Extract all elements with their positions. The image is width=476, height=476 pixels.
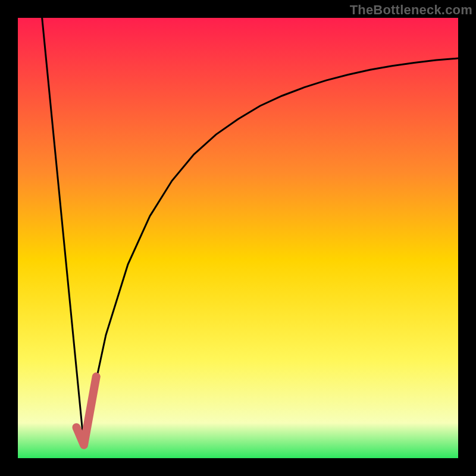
gradient-background [18,18,458,458]
chart-frame: TheBottleneck.com [0,0,476,476]
plot-area [18,18,458,458]
watermark-text: TheBottleneck.com [350,2,472,18]
chart-svg [18,18,458,458]
